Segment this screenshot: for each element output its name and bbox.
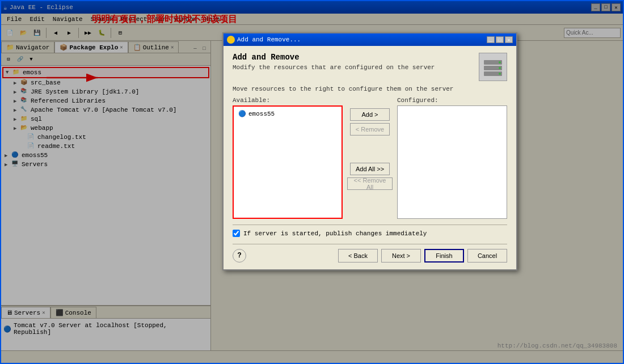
available-panel: Available: 🔵 emoss55: [233, 97, 343, 219]
dialog-footer: ? < Back Next > Finish Cancel: [233, 244, 507, 263]
remove-button[interactable]: < Remove: [350, 123, 390, 136]
checkbox-label: If server is started, publish changes im…: [243, 230, 427, 237]
resource-panels: Available: 🔵 emoss55 Add > < Remove Add …: [233, 97, 507, 219]
dialog-title-text: Add and Remove...: [237, 36, 301, 43]
svg-point-5: [499, 61, 501, 64]
dialog-maximize-btn[interactable]: □: [496, 36, 504, 43]
next-button[interactable]: Next >: [381, 249, 421, 263]
help-button[interactable]: ?: [233, 249, 246, 263]
cancel-button[interactable]: Cancel: [467, 249, 507, 263]
dialog-header-icon: [479, 53, 507, 81]
help-icon: ?: [237, 252, 241, 260]
dialog-title-icon: [227, 36, 235, 44]
separator: [233, 225, 507, 225]
dialog-header-text: Add and Remove Modify the resources that…: [233, 53, 479, 71]
configured-label: Configured:: [397, 97, 507, 104]
resource-item-emoss55[interactable]: 🔵 emoss55: [236, 109, 339, 118]
eclipse-window: ☕ Java EE - Eclipse _ □ ✕ File Edit Navi…: [0, 0, 624, 364]
svg-point-7: [499, 73, 501, 75]
dialog-title-left: Add and Remove...: [227, 36, 301, 44]
dialog-header: Add and Remove Modify the resources that…: [233, 53, 507, 81]
back-button[interactable]: < Back: [338, 249, 378, 263]
remove-all-button[interactable]: << Remove All: [347, 177, 393, 190]
resource-item-icon: 🔵: [238, 110, 246, 117]
available-list[interactable]: 🔵 emoss55: [233, 105, 343, 219]
svg-point-6: [499, 67, 501, 69]
configured-list[interactable]: [397, 105, 507, 219]
available-label: Available:: [233, 97, 343, 104]
dialog-title-bar: Add and Remove... _ □ ✕: [224, 33, 516, 46]
dialog-heading: Add and Remove: [233, 53, 479, 62]
dialog-close-btn[interactable]: ✕: [505, 36, 513, 43]
middle-buttons: Add > < Remove Add All >> << Remove All: [347, 97, 393, 190]
resource-item-label: emoss55: [248, 111, 275, 117]
configured-panel: Configured:: [397, 97, 507, 219]
dialog-subtitle: Modify the resources that are configured…: [233, 64, 479, 71]
publish-checkbox[interactable]: [233, 230, 240, 237]
add-button[interactable]: Add >: [350, 108, 390, 121]
dialog-body: Add and Remove Modify the resources that…: [224, 46, 516, 269]
checkbox-row: If server is started, publish changes im…: [233, 230, 507, 237]
add-all-button[interactable]: Add All >>: [350, 163, 390, 175]
dialog-minimize-btn[interactable]: _: [487, 36, 495, 43]
dialog-title-controls: _ □ ✕: [487, 36, 513, 43]
dialog-instruction: Move resources to the right to configure…: [233, 86, 507, 92]
finish-button[interactable]: Finish: [424, 249, 464, 263]
add-remove-dialog: Add and Remove... _ □ ✕ Add and Remove M…: [222, 32, 517, 270]
server-graphic: [482, 56, 504, 78]
